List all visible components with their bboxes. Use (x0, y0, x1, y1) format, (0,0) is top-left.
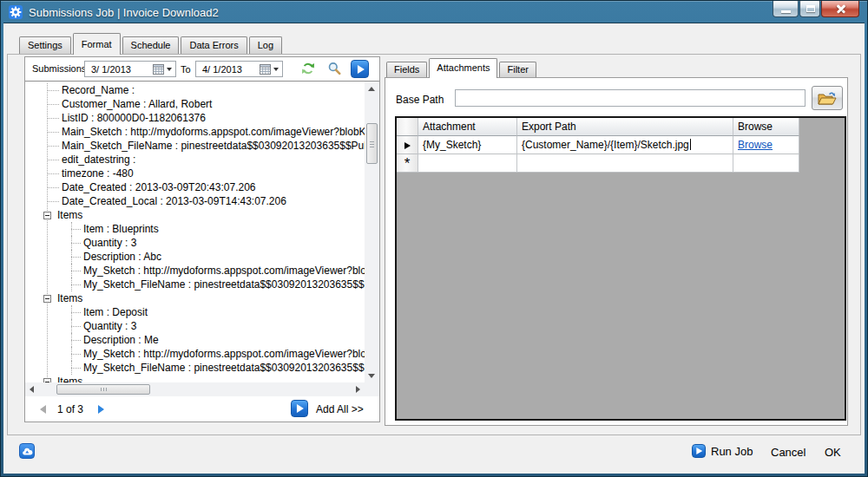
load-submissions-play-button[interactable] (351, 60, 369, 78)
tree-node[interactable]: Description : Me (25, 333, 365, 347)
tree-node[interactable]: Item : Blueprints (25, 222, 365, 236)
tree-node[interactable]: Date_Created_Local : 2013-03-09T14:43:07… (25, 194, 365, 208)
close-button[interactable] (821, 1, 859, 17)
scroll-up-button[interactable] (365, 82, 378, 95)
cell-attachment[interactable] (418, 154, 517, 173)
tree-node-label: Items (57, 376, 82, 382)
tab-data-errors[interactable]: Data Errors (181, 36, 247, 54)
ok-button[interactable]: OK (825, 446, 841, 459)
tab-schedule[interactable]: Schedule (122, 36, 180, 54)
tree-node[interactable]: My_Sketch : http://mydoforms.appspot.com… (25, 347, 365, 361)
text-cursor (690, 139, 691, 150)
cell-browse[interactable]: Browse (733, 136, 799, 154)
tree-node[interactable]: Items (25, 208, 365, 222)
tab-settings[interactable]: Settings (19, 36, 71, 54)
date-from-picker[interactable]: 3/ 1/2013 (84, 61, 176, 77)
chevron-down-icon (273, 68, 279, 71)
date-from-value: 3/ 1/2013 (85, 64, 153, 75)
new-row-icon: * (404, 155, 411, 172)
calendar-icon (260, 64, 271, 75)
tree-node[interactable]: ListID : 800000D0-1182061376 (25, 111, 365, 125)
current-row-icon (404, 142, 411, 149)
tree-node[interactable]: edit_datestring : (25, 153, 365, 167)
next-page-button[interactable] (98, 405, 104, 414)
refresh-icon[interactable] (301, 62, 315, 75)
tab-format[interactable]: Format (73, 33, 121, 55)
row-selector[interactable]: * (397, 154, 418, 173)
base-path-input[interactable] (455, 89, 806, 107)
search-icon[interactable] (327, 62, 341, 75)
tree-connector (47, 132, 59, 133)
tree-rows: Record_Name :Customer_Name : Allard, Rob… (25, 83, 365, 382)
tree-node[interactable]: Date_Created : 2013-03-09T20:43:07.206 (25, 180, 365, 194)
tree-node-label: My_Sketch : http://mydoforms.appspot.com… (83, 348, 365, 360)
minimize-button[interactable] (773, 1, 799, 17)
tree-node[interactable]: Items (25, 291, 365, 305)
date-to-picker[interactable]: 4/ 1/2013 (195, 61, 283, 77)
collapse-icon[interactable] (43, 295, 51, 303)
tree-node[interactable]: My_Sketch_FileName : pinestreetdata$$030… (25, 361, 365, 375)
tree-node[interactable]: Main_Sketch_FileName : pinestreetdata$$0… (25, 139, 365, 153)
cell-attachment[interactable]: {My_Sketch} (418, 136, 517, 154)
tree-connector (71, 284, 81, 285)
tree-node[interactable]: Item : Deposit (25, 305, 365, 319)
horizontal-scrollbar[interactable] (25, 382, 365, 396)
tree-node[interactable]: My_Sketch : http://mydoforms.appspot.com… (25, 264, 365, 278)
attachments-grid[interactable]: AttachmentExport PathBrowse {My_Sketch}{… (395, 116, 846, 421)
cell-export-path[interactable] (517, 154, 733, 173)
titlebar: Submissions Job | Invoice Download2 (1, 1, 867, 23)
cloud-upload-button[interactable] (19, 443, 35, 459)
submissions-panel: Submissions 3/ 1/2013 To 4/ 1/2013 (24, 56, 380, 422)
cloud-upload-icon (22, 448, 33, 455)
tree-node[interactable]: Items (25, 375, 365, 382)
tree-node[interactable]: My_Sketch_FileName : pinestreetdata$$030… (25, 278, 365, 291)
window-controls (772, 1, 859, 17)
tree-node[interactable]: Customer_Name : Allard, Robert (25, 97, 365, 111)
attachments-panel: Base Path AttachmentExport PathBrowse {M… (385, 77, 848, 426)
scroll-left-button[interactable] (25, 382, 39, 396)
scroll-down-button[interactable] (365, 369, 378, 382)
cell-export-path[interactable]: {Customer_Name}/{Item}/Sketch.jpg (517, 136, 733, 154)
date-to-value: 4/ 1/2013 (196, 64, 260, 75)
cell-browse[interactable] (733, 154, 799, 173)
add-all-button[interactable]: Add All >> (316, 403, 364, 415)
tree-node[interactable]: Quantity : 3 (25, 319, 365, 333)
scroll-right-button[interactable] (351, 382, 365, 396)
run-job-button[interactable]: Run Job (692, 444, 753, 458)
tree-node[interactable]: Quantity : 3 (25, 236, 365, 250)
submissions-tree[interactable]: Record_Name :Customer_Name : Allard, Rob… (25, 81, 379, 397)
tab-fields[interactable]: Fields (386, 62, 427, 77)
maximize-icon (806, 5, 815, 12)
tree-connector (71, 340, 81, 341)
vertical-scroll-thumb[interactable] (366, 123, 378, 164)
tree-connector (71, 257, 81, 258)
tree-node[interactable]: Record_Name : (25, 83, 365, 97)
collapse-icon[interactable] (43, 378, 51, 383)
tree-node[interactable]: timezone : -480 (25, 167, 365, 180)
horizontal-scroll-thumb[interactable] (56, 384, 150, 395)
tab-attachments[interactable]: Attachments (429, 58, 497, 78)
browse-link[interactable]: Browse (738, 139, 773, 151)
tree-node-label: Date_Created_Local : 2013-03-09T14:43:07… (62, 195, 286, 207)
close-icon (835, 3, 847, 15)
tab-filter[interactable]: Filter (499, 62, 536, 77)
main-tab-strip: SettingsFormatScheduleData ErrorsLog (19, 33, 284, 55)
vertical-scrollbar[interactable] (365, 82, 379, 382)
browse-folder-button[interactable] (812, 86, 843, 110)
tree-node[interactable]: Description : Abc (25, 250, 365, 264)
column-header-export-path[interactable]: Export Path (517, 118, 733, 136)
add-all-play-icon[interactable] (291, 400, 308, 417)
row-selector[interactable] (397, 136, 418, 154)
gear-icon (9, 5, 23, 19)
column-header-attachment[interactable]: Attachment (418, 118, 517, 136)
collapse-icon[interactable] (43, 212, 51, 219)
column-header-browse[interactable]: Browse (733, 118, 799, 136)
tree-node-label: My_Sketch : http://mydoforms.appspot.com… (83, 265, 365, 277)
cancel-button[interactable]: Cancel (771, 446, 806, 459)
tree-node[interactable]: Main_Sketch : http://mydoforms.appspot.c… (25, 125, 365, 139)
tab-log[interactable]: Log (249, 36, 282, 54)
maximize-button[interactable] (799, 1, 820, 17)
previous-page-button[interactable] (40, 405, 46, 414)
tree-node-label: Items (57, 292, 82, 304)
tree-node-label: My_Sketch_FileName : pinestreetdata$$030… (83, 362, 365, 374)
